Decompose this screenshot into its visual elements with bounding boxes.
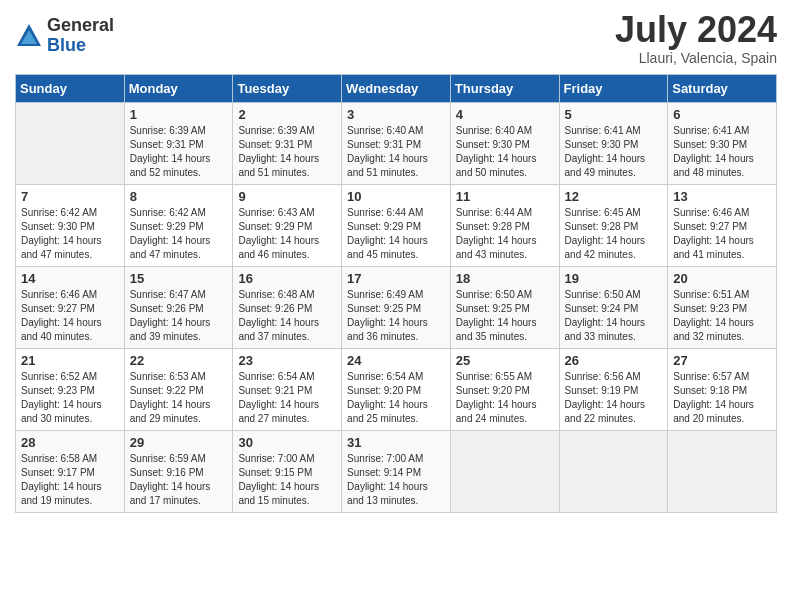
calendar-cell: 28Sunrise: 6:58 AM Sunset: 9:17 PM Dayli…	[16, 430, 125, 512]
day-info: Sunrise: 6:58 AM Sunset: 9:17 PM Dayligh…	[21, 452, 119, 508]
page-header: General Blue July 2024 Llauri, Valencia,…	[15, 10, 777, 66]
week-row-5: 28Sunrise: 6:58 AM Sunset: 9:17 PM Dayli…	[16, 430, 777, 512]
day-info: Sunrise: 6:44 AM Sunset: 9:28 PM Dayligh…	[456, 206, 554, 262]
calendar-cell: 5Sunrise: 6:41 AM Sunset: 9:30 PM Daylig…	[559, 102, 668, 184]
calendar-cell: 13Sunrise: 6:46 AM Sunset: 9:27 PM Dayli…	[668, 184, 777, 266]
calendar-cell: 8Sunrise: 6:42 AM Sunset: 9:29 PM Daylig…	[124, 184, 233, 266]
day-number: 29	[130, 435, 228, 450]
calendar-cell: 3Sunrise: 6:40 AM Sunset: 9:31 PM Daylig…	[342, 102, 451, 184]
day-number: 9	[238, 189, 336, 204]
weekday-header-sunday: Sunday	[16, 74, 125, 102]
location: Llauri, Valencia, Spain	[615, 50, 777, 66]
day-info: Sunrise: 6:59 AM Sunset: 9:16 PM Dayligh…	[130, 452, 228, 508]
calendar-cell: 18Sunrise: 6:50 AM Sunset: 9:25 PM Dayli…	[450, 266, 559, 348]
calendar-cell: 31Sunrise: 7:00 AM Sunset: 9:14 PM Dayli…	[342, 430, 451, 512]
day-number: 21	[21, 353, 119, 368]
day-info: Sunrise: 6:49 AM Sunset: 9:25 PM Dayligh…	[347, 288, 445, 344]
day-info: Sunrise: 6:40 AM Sunset: 9:31 PM Dayligh…	[347, 124, 445, 180]
calendar-cell: 17Sunrise: 6:49 AM Sunset: 9:25 PM Dayli…	[342, 266, 451, 348]
week-row-3: 14Sunrise: 6:46 AM Sunset: 9:27 PM Dayli…	[16, 266, 777, 348]
day-number: 14	[21, 271, 119, 286]
calendar-cell: 19Sunrise: 6:50 AM Sunset: 9:24 PM Dayli…	[559, 266, 668, 348]
weekday-header-saturday: Saturday	[668, 74, 777, 102]
day-info: Sunrise: 6:53 AM Sunset: 9:22 PM Dayligh…	[130, 370, 228, 426]
day-number: 13	[673, 189, 771, 204]
calendar-cell: 21Sunrise: 6:52 AM Sunset: 9:23 PM Dayli…	[16, 348, 125, 430]
day-number: 3	[347, 107, 445, 122]
day-number: 17	[347, 271, 445, 286]
day-number: 25	[456, 353, 554, 368]
day-number: 7	[21, 189, 119, 204]
calendar-cell: 14Sunrise: 6:46 AM Sunset: 9:27 PM Dayli…	[16, 266, 125, 348]
calendar-cell: 30Sunrise: 7:00 AM Sunset: 9:15 PM Dayli…	[233, 430, 342, 512]
week-row-1: 1Sunrise: 6:39 AM Sunset: 9:31 PM Daylig…	[16, 102, 777, 184]
calendar-table: SundayMondayTuesdayWednesdayThursdayFrid…	[15, 74, 777, 513]
day-number: 16	[238, 271, 336, 286]
day-number: 12	[565, 189, 663, 204]
title-section: July 2024 Llauri, Valencia, Spain	[615, 10, 777, 66]
calendar-cell: 7Sunrise: 6:42 AM Sunset: 9:30 PM Daylig…	[16, 184, 125, 266]
calendar-cell: 29Sunrise: 6:59 AM Sunset: 9:16 PM Dayli…	[124, 430, 233, 512]
day-info: Sunrise: 6:39 AM Sunset: 9:31 PM Dayligh…	[238, 124, 336, 180]
day-info: Sunrise: 6:52 AM Sunset: 9:23 PM Dayligh…	[21, 370, 119, 426]
day-info: Sunrise: 6:55 AM Sunset: 9:20 PM Dayligh…	[456, 370, 554, 426]
logo-general: General	[47, 16, 114, 36]
day-number: 18	[456, 271, 554, 286]
calendar-cell: 9Sunrise: 6:43 AM Sunset: 9:29 PM Daylig…	[233, 184, 342, 266]
day-number: 6	[673, 107, 771, 122]
day-number: 31	[347, 435, 445, 450]
calendar-cell: 22Sunrise: 6:53 AM Sunset: 9:22 PM Dayli…	[124, 348, 233, 430]
day-number: 19	[565, 271, 663, 286]
week-row-4: 21Sunrise: 6:52 AM Sunset: 9:23 PM Dayli…	[16, 348, 777, 430]
day-info: Sunrise: 6:50 AM Sunset: 9:24 PM Dayligh…	[565, 288, 663, 344]
day-info: Sunrise: 6:47 AM Sunset: 9:26 PM Dayligh…	[130, 288, 228, 344]
day-info: Sunrise: 7:00 AM Sunset: 9:15 PM Dayligh…	[238, 452, 336, 508]
calendar-cell: 20Sunrise: 6:51 AM Sunset: 9:23 PM Dayli…	[668, 266, 777, 348]
day-number: 20	[673, 271, 771, 286]
day-info: Sunrise: 6:39 AM Sunset: 9:31 PM Dayligh…	[130, 124, 228, 180]
calendar-cell	[450, 430, 559, 512]
logo: General Blue	[15, 16, 114, 56]
day-info: Sunrise: 6:48 AM Sunset: 9:26 PM Dayligh…	[238, 288, 336, 344]
weekday-header-tuesday: Tuesday	[233, 74, 342, 102]
calendar-cell: 4Sunrise: 6:40 AM Sunset: 9:30 PM Daylig…	[450, 102, 559, 184]
logo-text: General Blue	[47, 16, 114, 56]
calendar-cell	[16, 102, 125, 184]
week-row-2: 7Sunrise: 6:42 AM Sunset: 9:30 PM Daylig…	[16, 184, 777, 266]
day-info: Sunrise: 6:51 AM Sunset: 9:23 PM Dayligh…	[673, 288, 771, 344]
day-number: 11	[456, 189, 554, 204]
day-number: 24	[347, 353, 445, 368]
weekday-header-row: SundayMondayTuesdayWednesdayThursdayFrid…	[16, 74, 777, 102]
month-title: July 2024	[615, 10, 777, 50]
day-info: Sunrise: 7:00 AM Sunset: 9:14 PM Dayligh…	[347, 452, 445, 508]
day-number: 30	[238, 435, 336, 450]
calendar-cell: 10Sunrise: 6:44 AM Sunset: 9:29 PM Dayli…	[342, 184, 451, 266]
day-number: 22	[130, 353, 228, 368]
day-info: Sunrise: 6:40 AM Sunset: 9:30 PM Dayligh…	[456, 124, 554, 180]
day-info: Sunrise: 6:54 AM Sunset: 9:20 PM Dayligh…	[347, 370, 445, 426]
weekday-header-wednesday: Wednesday	[342, 74, 451, 102]
calendar-cell: 25Sunrise: 6:55 AM Sunset: 9:20 PM Dayli…	[450, 348, 559, 430]
day-info: Sunrise: 6:41 AM Sunset: 9:30 PM Dayligh…	[565, 124, 663, 180]
calendar-cell: 27Sunrise: 6:57 AM Sunset: 9:18 PM Dayli…	[668, 348, 777, 430]
day-info: Sunrise: 6:46 AM Sunset: 9:27 PM Dayligh…	[21, 288, 119, 344]
day-number: 1	[130, 107, 228, 122]
day-number: 8	[130, 189, 228, 204]
calendar-cell: 11Sunrise: 6:44 AM Sunset: 9:28 PM Dayli…	[450, 184, 559, 266]
calendar-cell: 1Sunrise: 6:39 AM Sunset: 9:31 PM Daylig…	[124, 102, 233, 184]
calendar-cell: 16Sunrise: 6:48 AM Sunset: 9:26 PM Dayli…	[233, 266, 342, 348]
day-number: 26	[565, 353, 663, 368]
logo-icon	[15, 22, 43, 50]
day-number: 27	[673, 353, 771, 368]
day-info: Sunrise: 6:44 AM Sunset: 9:29 PM Dayligh…	[347, 206, 445, 262]
calendar-cell: 12Sunrise: 6:45 AM Sunset: 9:28 PM Dayli…	[559, 184, 668, 266]
day-number: 2	[238, 107, 336, 122]
day-number: 28	[21, 435, 119, 450]
day-number: 10	[347, 189, 445, 204]
day-info: Sunrise: 6:54 AM Sunset: 9:21 PM Dayligh…	[238, 370, 336, 426]
day-info: Sunrise: 6:43 AM Sunset: 9:29 PM Dayligh…	[238, 206, 336, 262]
calendar-cell: 23Sunrise: 6:54 AM Sunset: 9:21 PM Dayli…	[233, 348, 342, 430]
day-number: 23	[238, 353, 336, 368]
weekday-header-friday: Friday	[559, 74, 668, 102]
day-info: Sunrise: 6:46 AM Sunset: 9:27 PM Dayligh…	[673, 206, 771, 262]
